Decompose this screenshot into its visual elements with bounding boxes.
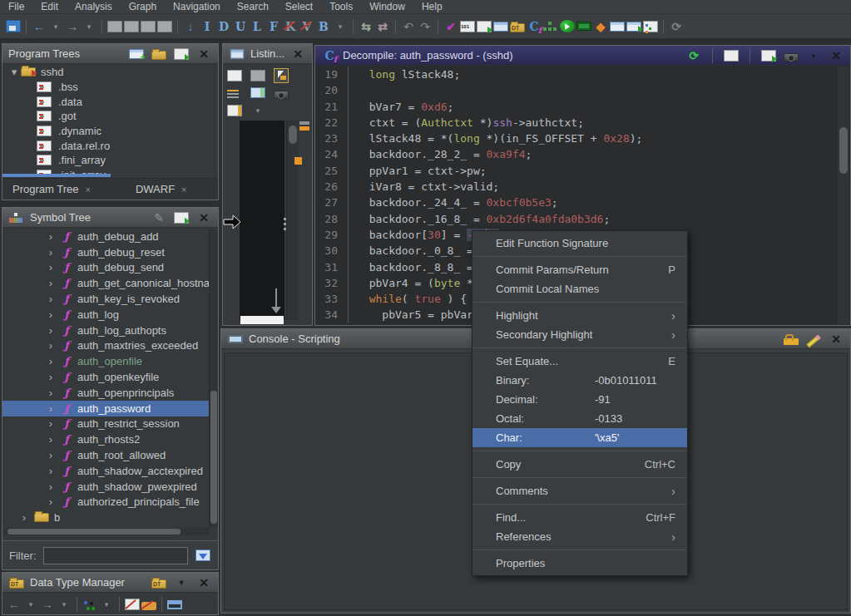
clear-console-icon[interactable] <box>806 335 820 347</box>
validate-check-icon[interactable]: ✔ <box>443 18 458 35</box>
export-tree-icon[interactable] <box>174 48 189 60</box>
menu-item-set-equate-[interactable]: Set Equate...E <box>473 352 687 371</box>
tree-item-b[interactable]: ›b <box>2 510 210 525</box>
tree-item-.got[interactable]: .got <box>2 109 218 124</box>
filter-config-icon[interactable] <box>195 549 210 561</box>
scroll-lock-icon[interactable] <box>784 338 799 345</box>
chevron-right-icon[interactable]: › <box>46 324 56 337</box>
tree-item-auth_debug_send[interactable]: ›ƒauth_debug_send <box>2 260 210 276</box>
menu-navigation[interactable]: Navigation <box>165 0 229 13</box>
close-icon[interactable]: ✕ <box>829 47 844 64</box>
code-line[interactable]: 25 ppVar1 = ctxt->pw; <box>316 163 836 179</box>
redo-icon[interactable]: ↷ <box>418 18 433 35</box>
tree-item-auth_rhosts2[interactable]: ›ƒauth_rhosts2 <box>2 431 210 447</box>
tree-item-auth_shadow_pwexpired[interactable]: ›ƒauth_shadow_pwexpired <box>2 479 210 495</box>
memory-map-icon[interactable] <box>493 22 508 32</box>
tree-item-auth_openkeyfile[interactable]: ›ƒauth_openkeyfile <box>2 369 210 385</box>
clear-with-options-icon[interactable] <box>124 21 139 32</box>
snapshot-icon[interactable] <box>784 53 799 62</box>
tree-item-auth_key_is_revoked[interactable]: ›ƒauth_key_is_revoked <box>2 291 210 307</box>
listing-content[interactable] <box>240 121 284 320</box>
diff-view-icon[interactable] <box>250 87 265 98</box>
label-u-icon[interactable]: U <box>233 18 248 35</box>
copy-icon[interactable] <box>724 50 739 62</box>
close-icon[interactable]: ✕ <box>290 46 305 62</box>
jump-out-icon[interactable]: ⇄ <box>375 18 390 35</box>
tree-item-.data.rel.ro[interactable]: .data.rel.ro <box>2 138 218 153</box>
tab-close-icon[interactable]: × <box>85 185 90 195</box>
close-icon[interactable]: ✕ <box>196 209 211 226</box>
tree-item-.data[interactable]: .data <box>2 95 218 110</box>
edit-fields-icon[interactable] <box>227 88 242 98</box>
menu-search[interactable]: Search <box>229 0 277 13</box>
tree-item-auth_get_canonical_hostname[interactable]: ›ƒauth_get_canonical_hostname <box>2 275 210 291</box>
back-icon[interactable]: ← <box>7 596 22 613</box>
tab-program-tree[interactable]: Program Tree× <box>2 183 101 195</box>
tree-item-.bss[interactable]: .bss <box>2 80 218 95</box>
chevron-right-icon[interactable]: › <box>46 433 56 446</box>
tree-item-sshd[interactable]: ▾sshd <box>2 64 218 80</box>
horizontal-scrollbar[interactable] <box>4 528 209 535</box>
paste-icon[interactable] <box>250 70 265 81</box>
code-line[interactable]: 26 iVar8 = ctxt->valid; <box>316 179 836 195</box>
tree-item-auth_root_allowed[interactable]: ›ƒauth_root_allowed <box>2 447 210 463</box>
save-icon[interactable] <box>6 20 21 32</box>
jump-in-icon[interactable]: ⇆ <box>359 18 374 35</box>
chevron-right-icon[interactable]: › <box>46 230 56 243</box>
menu-item-secondary-highlight[interactable]: Secondary Highlight› <box>473 325 687 344</box>
chevron-right-icon[interactable]: › <box>46 449 56 461</box>
disassemble-icon[interactable]: ↓ <box>183 18 198 35</box>
label-l-icon[interactable]: L <box>250 18 265 35</box>
dropdown-caret-icon[interactable]: ▾ <box>806 47 821 64</box>
bookmark-diamond-icon[interactable]: ◆ <box>593 18 608 35</box>
tree-item-auth_password[interactable]: ›ƒauth_password <box>2 401 210 416</box>
tree-item-authorized_principals_file[interactable]: ›ƒauthorized_principals_file <box>2 495 210 510</box>
table-export-icon[interactable] <box>626 22 641 32</box>
export-tree-icon[interactable] <box>174 212 189 224</box>
format-caret-icon[interactable]: ▾ <box>250 102 265 119</box>
undo-icon[interactable]: ↶ <box>401 18 416 35</box>
tree-item-auth_openprincipals[interactable]: ›ƒauth_openprincipals <box>2 385 210 401</box>
back-icon[interactable]: ← <box>32 18 47 35</box>
byte-table-icon[interactable] <box>610 22 625 32</box>
code-line[interactable]: 19 long lStack48; <box>316 67 836 82</box>
patch-instruction-icon[interactable] <box>141 21 156 32</box>
data-type-archive-icon[interactable] <box>510 23 525 32</box>
tree-item-auth_maxtries_exceeded[interactable]: ›ƒauth_maxtries_exceeded <box>2 338 210 354</box>
menu-analysis[interactable]: Analysis <box>67 0 121 13</box>
label-f-icon[interactable]: F <box>266 18 281 35</box>
tree-item-auth_log[interactable]: ›ƒauth_log <box>2 307 210 323</box>
tab-dwarf[interactable]: DWARF× <box>126 183 197 195</box>
chevron-right-icon[interactable]: › <box>46 308 56 321</box>
tree-item-auth_debug_add[interactable]: ›ƒauth_debug_add <box>2 229 210 244</box>
filter-types-icon[interactable] <box>82 599 97 609</box>
horizontal-scrollbar[interactable] <box>2 174 111 177</box>
filter-input[interactable] <box>43 547 189 564</box>
menu-graph[interactable]: Graph <box>121 0 165 13</box>
code-line[interactable]: 20 <box>316 82 836 98</box>
menu-item-octal-[interactable]: Octal:-0133 <box>473 409 687 428</box>
new-tree-icon[interactable] <box>129 49 144 59</box>
cursor-style-icon[interactable] <box>274 68 289 83</box>
tree-item-auth_restrict_session[interactable]: ›ƒauth_restrict_session <box>2 416 210 432</box>
menu-item-commit-local-names[interactable]: Commit Local Names <box>473 279 687 298</box>
chevron-right-icon[interactable]: › <box>46 465 56 477</box>
code-line[interactable]: 28 backdoor._16_8_ = 0xb2d6f4a0fda0b3d6; <box>316 211 836 227</box>
binary-view-icon[interactable] <box>460 21 475 32</box>
forward-icon[interactable]: → <box>65 18 80 35</box>
menu-help[interactable]: Help <box>413 0 451 13</box>
symbol-structure-icon[interactable] <box>643 21 658 32</box>
function-graph-icon[interactable] <box>543 21 558 32</box>
chevron-right-icon[interactable]: › <box>46 277 56 289</box>
menu-tools[interactable]: Tools <box>321 0 361 13</box>
label-k-disabled-icon[interactable]: K <box>283 18 298 35</box>
chevron-right-icon[interactable]: › <box>46 387 56 399</box>
import-results-icon[interactable] <box>477 21 492 32</box>
menu-item-binary-[interactable]: Binary:-0b01011011 <box>473 371 687 390</box>
tree-item-auth_shadow_acctexpired[interactable]: ›ƒauth_shadow_acctexpired <box>2 463 210 479</box>
listing-scrollbar[interactable] <box>286 121 299 320</box>
menu-item-properties[interactable]: Properties <box>473 554 687 573</box>
menu-item-highlight[interactable]: Highlight› <box>473 306 687 325</box>
tree-item-.dynamic[interactable]: .dynamic <box>2 124 218 139</box>
listing-format-icon[interactable] <box>227 105 242 116</box>
